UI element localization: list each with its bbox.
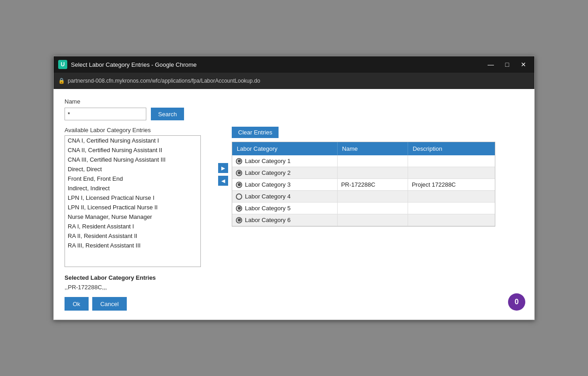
name-label: Name (65, 98, 523, 105)
labor-category-label: Labor Category 3 (245, 181, 290, 188)
content-area: Name Search Available Labor Category Ent… (54, 89, 534, 320)
description-cell (408, 167, 495, 179)
radio-icon[interactable] (236, 182, 242, 188)
description-cell (408, 155, 495, 167)
labor-category-cell[interactable]: Labor Category 2 (232, 167, 337, 179)
labor-category-cell[interactable]: Labor Category 4 (232, 191, 337, 203)
bottom-section: Selected Labor Category Entries ,,PR-172… (65, 274, 523, 311)
left-panel: Available Labor Category Entries CNA I, … (65, 127, 214, 267)
move-right-button[interactable]: ▶ (218, 163, 228, 173)
list-item[interactable]: Indirect, Indirect (65, 183, 200, 193)
maximize-button[interactable]: □ (501, 58, 513, 71)
clear-entries-button[interactable]: Clear Entries (232, 127, 279, 138)
data-table: Labor CategoryNameDescription Labor Cate… (232, 142, 495, 226)
labor-category-cell[interactable]: Labor Category 3 (232, 179, 337, 191)
action-buttons: Ok Cancel (65, 297, 523, 311)
search-row: Search (65, 108, 523, 120)
ok-button[interactable]: Ok (65, 297, 89, 311)
description-cell (408, 214, 495, 226)
window-controls: — □ ✕ (484, 58, 530, 71)
name-cell (337, 167, 408, 179)
labor-category-label: Labor Category 2 (245, 169, 290, 176)
description-cell: Project 172288C (408, 179, 495, 191)
right-panel: Clear Entries Labor CategoryNameDescript… (232, 127, 523, 227)
table-row[interactable]: Labor Category 4 (232, 191, 495, 203)
table-row[interactable]: Labor Category 6 (232, 214, 495, 226)
table-header: Labor Category (232, 142, 337, 155)
labor-category-cell[interactable]: Labor Category 6 (232, 214, 337, 226)
name-cell (337, 203, 408, 214)
labor-category-cell[interactable]: Labor Category 1 (232, 155, 337, 167)
available-listbox[interactable]: CNA I, Certified Nursing Assistant ICNA … (65, 135, 201, 267)
titlebar: U Select Labor Category Entries - Google… (54, 56, 534, 73)
name-cell (337, 155, 408, 167)
name-cell (337, 191, 408, 203)
list-item[interactable]: RA III, Resident Assistant III (65, 241, 200, 250)
list-item[interactable]: Nurse Manager, Nurse Manager (65, 212, 200, 222)
radio-icon[interactable] (236, 170, 242, 176)
labor-category-label: Labor Category 6 (245, 217, 290, 223)
main-window: U Select Labor Category Entries - Google… (53, 56, 535, 320)
search-input[interactable] (65, 108, 146, 120)
table-header: Description (408, 142, 495, 155)
table-row[interactable]: Labor Category 1 (232, 155, 495, 167)
minimize-button[interactable]: — (484, 58, 497, 71)
app-icon: U (58, 60, 67, 69)
table-body: Labor Category 1Labor Category 2Labor Ca… (232, 155, 495, 226)
list-item[interactable]: LPN I, Licensed Practical Nurse I (65, 193, 200, 203)
list-item[interactable]: CNA III, Certified Nursing Assistant III (65, 155, 200, 164)
move-left-button[interactable]: ◀ (218, 176, 228, 186)
url-path: /wfc/applications/fpa/LaborAccountLookup… (150, 78, 260, 84)
name-cell (337, 214, 408, 226)
available-label: Available Labor Category Entries (65, 127, 214, 134)
labor-category-label: Labor Category 4 (245, 193, 290, 200)
list-item[interactable]: LPN II, Licensed Practical Nurse II (65, 203, 200, 212)
list-item[interactable]: Direct, Direct (65, 164, 200, 174)
description-cell (408, 203, 495, 214)
arrow-panel: ▶ ◀ (214, 163, 232, 186)
radio-icon[interactable] (236, 217, 242, 223)
name-cell: PR-172288C (337, 179, 408, 191)
radio-icon[interactable] (236, 158, 242, 164)
close-button[interactable]: ✕ (517, 58, 530, 71)
table-row[interactable]: Labor Category 2 (232, 167, 495, 179)
radio-icon[interactable] (236, 205, 242, 212)
labor-category-label: Labor Category 5 (245, 205, 290, 212)
url-domain: partnersnd-008.cfn.mykronos.com (68, 78, 150, 84)
lock-icon: 🔒 (58, 78, 65, 84)
url-bar[interactable]: partnersnd-008.cfn.mykronos.com/wfc/appl… (68, 78, 260, 84)
table-row[interactable]: Labor Category 3PR-172288CProject 172288… (232, 179, 495, 191)
list-item[interactable]: CNA II, Certified Nursing Assistant II (65, 145, 200, 155)
window-title: Select Labor Category Entries - Google C… (71, 61, 484, 68)
radio-icon[interactable] (236, 193, 242, 200)
labor-category-label: Labor Category 1 (245, 158, 290, 164)
labor-category-table: Labor CategoryNameDescription Labor Cate… (232, 142, 495, 227)
selected-label: Selected Labor Category Entries (65, 274, 523, 281)
list-item[interactable]: Front End, Front End (65, 174, 200, 183)
table-header: Name (337, 142, 408, 155)
description-cell (408, 191, 495, 203)
list-item[interactable]: RA II, Resident Assistant II (65, 231, 200, 241)
main-layout: Available Labor Category Entries CNA I, … (65, 127, 523, 267)
table-header-row: Labor CategoryNameDescription (232, 142, 495, 155)
cancel-button[interactable]: Cancel (92, 297, 127, 311)
addressbar: 🔒 partnersnd-008.cfn.mykronos.com/wfc/ap… (54, 73, 534, 89)
labor-category-cell[interactable]: Labor Category 5 (232, 203, 337, 214)
badge-count: 0 (508, 293, 525, 311)
table-row[interactable]: Labor Category 5 (232, 203, 495, 214)
selected-value: ,,PR-172288C,,, (65, 284, 523, 291)
list-item[interactable]: RA I, Resident Assistant I (65, 222, 200, 231)
search-button[interactable]: Search (151, 108, 184, 120)
list-item[interactable]: CNA I, Certified Nursing Assistant I (65, 136, 200, 145)
